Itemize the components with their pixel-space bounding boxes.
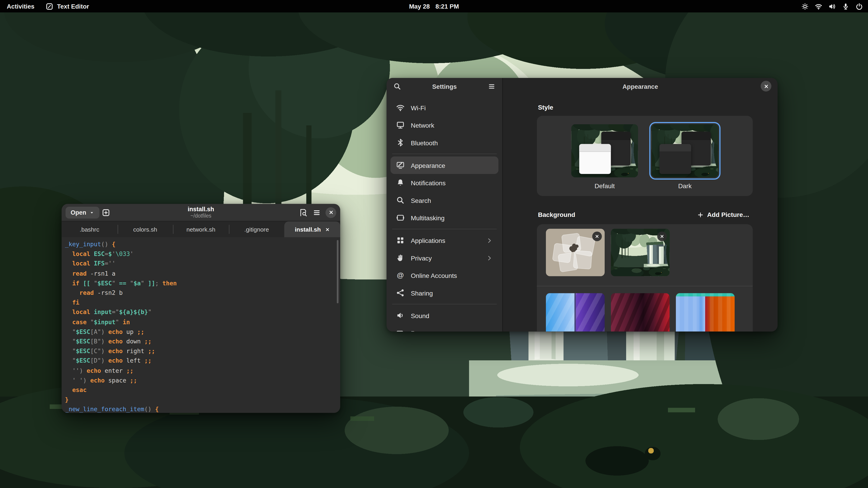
panel-content: Style DefaultDark Background Add Picture… xyxy=(503,94,778,332)
sidebar-divider xyxy=(392,154,497,154)
remove-wallpaper-button[interactable] xyxy=(657,232,667,241)
power-icon xyxy=(856,2,863,10)
code-line: fi xyxy=(65,298,340,307)
appearance-panel: Appearance Style DefaultDark Background … xyxy=(503,78,778,332)
editor-headerbar[interactable]: Open install.sh ~/dotfiles xyxy=(62,204,340,222)
editor-tab-network-sh[interactable]: network.sh xyxy=(173,221,228,237)
style-preview-dark[interactable] xyxy=(652,124,718,177)
system-status-area[interactable] xyxy=(801,2,863,10)
document-title: install.sh xyxy=(188,205,214,213)
style-preview-default[interactable] xyxy=(571,124,638,177)
sidebar-item-label: Sound xyxy=(411,312,430,319)
wallpaper-tile-pixels-day-night[interactable] xyxy=(546,293,604,332)
wallpaper-thumbnail-light-abstract-squares[interactable] xyxy=(546,229,604,276)
search-icon xyxy=(393,82,401,90)
open-document-button[interactable]: Open xyxy=(66,206,99,219)
sidebar-item-multitasking[interactable]: Multitasking xyxy=(391,209,499,227)
appearance-icon xyxy=(396,161,405,170)
sidebar-item-label: Online Accounts xyxy=(411,272,457,279)
style-option-default[interactable]: Default xyxy=(571,124,638,189)
sidebar-item-label: Wi-Fi xyxy=(411,104,426,111)
style-option-label: Default xyxy=(571,183,638,189)
sidebar-item-power[interactable]: Power xyxy=(391,324,499,332)
sidebar-item-bluetooth[interactable]: Bluetooth xyxy=(391,134,499,152)
sidebar-item-privacy[interactable]: Privacy xyxy=(391,249,499,267)
new-tab-button[interactable] xyxy=(99,205,113,219)
bluetooth-icon xyxy=(396,138,405,147)
code-editor-area[interactable]: _key_input() { local ESC=$'\033' local I… xyxy=(62,237,340,413)
search-icon xyxy=(396,196,405,205)
close-icon xyxy=(328,210,334,215)
privacy-icon xyxy=(396,254,405,262)
top-bar: Activities Text Editor May 28 8:21 PM xyxy=(0,0,868,12)
sidebar-item-wi-fi[interactable]: Wi-Fi xyxy=(391,99,499,117)
editor-tab-install-sh[interactable]: install.sh xyxy=(284,221,340,237)
code-line: } xyxy=(65,395,340,404)
preset-wallpapers-row xyxy=(546,293,753,332)
wifi-icon xyxy=(815,2,822,10)
editor-tab-colors-sh[interactable]: colors.sh xyxy=(117,221,173,237)
tab-label: .bashrc xyxy=(80,226,99,233)
sidebar-headerbar[interactable]: Settings xyxy=(386,78,502,94)
add-picture-button[interactable]: Add Picture… xyxy=(694,210,753,220)
mini-window-front xyxy=(579,144,611,174)
panel-headerbar[interactable]: Appearance xyxy=(503,78,778,94)
wallpaper-tile-crimson-waves[interactable] xyxy=(611,293,670,332)
sidebar-item-applications[interactable]: Applications xyxy=(391,232,499,249)
sidebar-item-label: Power xyxy=(411,330,429,332)
multitasking-icon xyxy=(396,214,405,222)
user-wallpapers-row xyxy=(546,229,753,276)
code-line: esac xyxy=(65,385,340,395)
editor-menu-button[interactable] xyxy=(310,205,323,219)
chevron-right-icon xyxy=(486,254,493,261)
search-document-button[interactable] xyxy=(296,205,310,219)
settings-title: Settings xyxy=(432,83,457,90)
tab-label: network.sh xyxy=(186,226,215,233)
remove-wallpaper-button[interactable] xyxy=(592,232,602,241)
microphone-icon xyxy=(842,2,849,10)
wallpaper-thumbnail-forest-waterfall[interactable] xyxy=(611,229,670,276)
menu-icon xyxy=(488,82,496,90)
code-line: "$ESC[C") echo right ;; xyxy=(65,346,340,356)
settings-close-button[interactable] xyxy=(761,81,772,92)
sidebar-item-network[interactable]: Network xyxy=(391,116,499,134)
sidebar-item-notifications[interactable]: Notifications xyxy=(391,174,499,192)
wallpaper-tile-drips-day-night[interactable] xyxy=(676,293,735,332)
editor-tab-gitignore[interactable]: .gitignore xyxy=(229,221,284,237)
open-label: Open xyxy=(71,209,86,216)
style-option-dark[interactable]: Dark xyxy=(652,124,718,189)
editor-scrollbar[interactable] xyxy=(337,240,339,303)
code-line: _key_input() { xyxy=(65,239,340,249)
settings-sidebar: Settings Wi-FiNetworkBluetoothAppearance… xyxy=(386,78,503,332)
style-option-label: Dark xyxy=(652,183,718,189)
code-line: "$ESC[B") echo down ;; xyxy=(65,337,340,346)
desktop: Activities Text Editor May 28 8:21 PM Op… xyxy=(0,0,868,488)
sidebar-item-appearance[interactable]: Appearance xyxy=(391,157,499,174)
close-tab-button[interactable] xyxy=(325,227,330,232)
sidebar-item-online-accounts[interactable]: @Online Accounts xyxy=(391,267,499,284)
code-line: if [[ "$ESC" == "$a" ]]; then xyxy=(65,278,340,288)
battery-icon xyxy=(396,329,405,332)
sidebar-divider xyxy=(392,229,497,230)
sidebar-item-sharing[interactable]: Sharing xyxy=(391,284,499,302)
sidebar-item-label: Network xyxy=(411,122,434,129)
clock-date: May 28 xyxy=(409,3,430,10)
tab-label: colors.sh xyxy=(133,226,157,233)
close-icon xyxy=(763,84,769,89)
sidebar-item-search[interactable]: Search xyxy=(391,192,499,209)
settings-menu-button[interactable] xyxy=(485,79,498,93)
editor-tab-bashrc[interactable]: .bashrc xyxy=(62,221,117,237)
focused-app-menu[interactable]: Text Editor xyxy=(46,2,89,10)
clock-button[interactable]: May 28 8:21 PM xyxy=(409,0,459,12)
settings-search-button[interactable] xyxy=(391,79,404,93)
code-line: "$ESC[D") echo left ;; xyxy=(65,356,340,366)
bell-icon xyxy=(396,178,405,187)
activities-button[interactable]: Activities xyxy=(7,3,34,10)
editor-close-button[interactable] xyxy=(326,207,336,218)
plus-icon xyxy=(698,212,704,218)
background-section-label: Background xyxy=(538,211,575,218)
editor-tab-bar: .bashrccolors.shnetwork.sh.gitignoreinst… xyxy=(62,221,340,237)
network-icon xyxy=(396,121,405,129)
tab-label: .gitignore xyxy=(244,226,269,233)
sidebar-item-sound[interactable]: Sound xyxy=(391,307,499,324)
